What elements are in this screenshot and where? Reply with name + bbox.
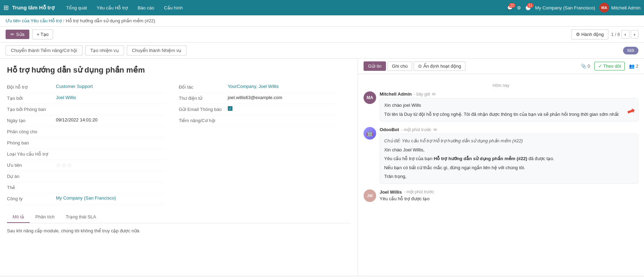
messages-icon[interactable]: 💬 20 xyxy=(507,5,513,10)
field-thu-dien-tu: Thư điện tử joel.willis63@example.com xyxy=(179,93,337,104)
label-phong-ban: Phòng ban xyxy=(7,140,56,145)
send-message-button[interactable]: Gửi tin xyxy=(364,61,386,71)
value-ngay-tao: 09/12/2022 14:01:20 xyxy=(56,117,97,122)
main-layout: Hỗ trợ hướng dẫn sử dụng phần mềm Đội hỗ… xyxy=(0,59,644,275)
value-cong-ty[interactable]: My Company (San Francisco) xyxy=(56,195,116,201)
field-loai-yeu-cau: Loại Yêu cầu Hỗ trợ xyxy=(7,149,165,160)
action-button[interactable]: ⚙ Hành động xyxy=(571,29,608,39)
star-2[interactable]: ☆ xyxy=(61,162,66,169)
breadcrumb-parent[interactable]: Ưu tiên của Yêu cầu Hỗ trợ xyxy=(6,18,62,23)
note-button[interactable]: Ghi chú xyxy=(387,61,412,71)
user-icon: 👥 xyxy=(629,63,635,69)
convert-task-button[interactable]: Chuyển thành Nhiệm vụ xyxy=(127,45,187,55)
value-doi-ho-tro[interactable]: Customer Support xyxy=(56,84,93,89)
attachment-count[interactable]: 📎 0 xyxy=(581,63,590,69)
star-3[interactable]: ☆ xyxy=(67,162,72,169)
label-tiem-nang: Tiềm năng/Cơ hội xyxy=(179,117,228,123)
nav-tong-quat[interactable]: Tổng quát xyxy=(62,3,91,13)
prev-button[interactable]: ‹ xyxy=(621,30,629,39)
activity-icon[interactable]: 🕐 51 xyxy=(525,5,531,10)
message-body-joel: Joel Willis - một phút trước Yêu cầu hỗ … xyxy=(380,189,638,202)
msg-author-mitchell: Mitchell Admin xyxy=(380,91,412,97)
form-right-column: Đối tác YourCompany, Joel Willis Thư điệ… xyxy=(179,82,351,204)
message-body-mitchell: Mitchell Admin - bây giờ ✉ Xin chào joel… xyxy=(380,91,638,121)
top-navigation: ⊞ Trung tâm Hỗ trợ Tổng quát Yêu cầu Hỗ … xyxy=(0,0,644,15)
form-tabs: Mô tả Phân tích Trạng thái SLA xyxy=(7,211,351,223)
value-thu-dien-tu: joel.willis63@example.com xyxy=(228,95,282,100)
follower-count[interactable]: 👥 2 xyxy=(629,63,638,69)
msg-header-odoobot: OdooBot - một phút trước ✉ xyxy=(380,127,638,132)
user-name: Mitchell Admin xyxy=(611,5,641,10)
app-grid-icon[interactable]: ⊞ xyxy=(3,4,9,12)
label-ngay-tao: Ngày tạo xyxy=(7,117,56,123)
pencil-icon: ✏ xyxy=(10,32,14,37)
email-icon-odoobot: ✉ xyxy=(433,127,437,132)
tab-trang-thai-sla[interactable]: Trạng thái SLA xyxy=(60,211,102,223)
theo-doi-button[interactable]: ✓ Theo dõi xyxy=(594,62,625,70)
value-doi-tac[interactable]: YourCompany, Joel Willis xyxy=(228,84,279,89)
msg-body-text-mitchell: Tôi tên là Duy từ đội hỗ trợ công nghệ. … xyxy=(384,111,634,118)
form-description: Sau khi nâng cấp module, chúng tôi không… xyxy=(7,227,351,234)
msg-time-joel: - một phút trước xyxy=(404,189,434,194)
msg-body2-odoobot: Nếu bạn có bất cứ thắc mắc gì, đừng ngại… xyxy=(384,164,634,171)
next-button[interactable]: › xyxy=(631,30,638,39)
label-thu-dien-tu: Thư điện tử xyxy=(179,95,228,101)
tab-phan-tich[interactable]: Phân tích xyxy=(30,211,60,223)
tab-mo-ta[interactable]: Mô tả xyxy=(7,211,30,223)
app-title: Trung tâm Hỗ trợ xyxy=(12,5,54,11)
bold-ticket-name: Hỗ trợ hướng dẫn sử dụng phần mềm (#22) xyxy=(434,156,527,161)
contacts-icon[interactable]: ⚙ xyxy=(517,5,521,10)
message-body-odoobot: OdooBot - một phút trước ✉ Chủ đề: Yêu c… xyxy=(380,127,638,184)
msg-author-joel: Joel Willis xyxy=(380,189,402,195)
company-selector[interactable]: My Company (San Francisco) xyxy=(535,5,595,10)
breadcrumb: Ưu tiên của Yêu cầu Hỗ trợ / Hỗ trợ hướn… xyxy=(0,15,644,27)
form-left-column: Đội hỗ trợ Customer Support Tạo bởi Joel… xyxy=(7,82,179,204)
create-task-button[interactable]: Tạo nhiệm vụ xyxy=(85,45,124,55)
field-doi-ho-tro: Đội hỗ trợ Customer Support xyxy=(7,82,165,93)
paperclip-icon: 📎 xyxy=(581,63,586,69)
record-form: Hỗ trợ hướng dẫn sử dụng phần mềm Đội hỗ… xyxy=(0,59,358,275)
new-button[interactable]: + Tạo xyxy=(32,29,53,39)
msg-subject-odoobot: Chủ đề: Yêu cầu hỗ trợ Hỗ trợ hướng dẫn … xyxy=(384,137,634,144)
msg-time-mitchell: - bây giờ xyxy=(414,92,430,97)
breadcrumb-separator: / xyxy=(63,18,65,23)
nav-cau-hinh[interactable]: Cấu hình xyxy=(160,3,187,13)
value-tao-boi[interactable]: Joel Willis xyxy=(56,95,76,100)
chatter-toolbar: Gửi tin Ghi chú ⊙ Ấn định hoạt động 📎 0 … xyxy=(358,59,644,74)
user-avatar: MA xyxy=(599,3,609,13)
msg-greeting-mitchell: Xin chào joel Wills xyxy=(384,102,634,109)
field-cong-ty: Công ty My Company (San Francisco) xyxy=(7,193,165,204)
field-tiem-nang: Tiềm năng/Cơ hội xyxy=(179,115,337,126)
msg-header-mitchell: Mitchell Admin - bây giờ ✉ xyxy=(380,91,638,97)
pagination: 1 / 8 ‹ › xyxy=(611,30,638,39)
field-tao-boi: Tạo bởi Joel Willis xyxy=(7,93,165,104)
checkbox-gui-email[interactable]: ✓ xyxy=(228,106,233,111)
msg-content-joel: Yêu cầu hỗ trợ được tạo xyxy=(380,196,638,201)
message-odoobot: 🤖 OdooBot - một phút trước ✉ Chủ đề: Yêu… xyxy=(364,127,638,184)
message-mitchell: MA Mitchell Admin - bây giờ ✉ Xin chào j… xyxy=(364,91,638,121)
msg-greeting-odoobot: Xin chào Joel Willis, xyxy=(384,147,634,154)
message-joel: JW Joel Willis - một phút trước Yêu cầu … xyxy=(364,189,638,202)
field-gui-email: Gửi Email Thông báo ✓ xyxy=(179,104,337,115)
date-divider: Hôm nay xyxy=(364,83,638,88)
user-menu[interactable]: MA Mitchell Admin xyxy=(599,3,641,13)
label-cong-ty: Công ty xyxy=(7,195,56,201)
avatar-odoobot: 🤖 xyxy=(364,127,376,140)
priority-stars[interactable]: ☆ ☆ ☆ xyxy=(56,162,72,169)
field-tao-boi-phong-ban: Tạo bởi Phòng ban xyxy=(7,104,165,115)
avatar-mitchell: MA xyxy=(364,91,376,104)
nav-bao-cao[interactable]: Báo cáo xyxy=(133,3,159,13)
msg-content-mitchell: Xin chào joel Wills Tôi tên là Duy từ độ… xyxy=(380,98,638,121)
email-icon-mitchell: ✉ xyxy=(432,92,436,97)
star-1[interactable]: ☆ xyxy=(56,162,61,169)
record-toolbar: ✏ Sửa + Tạo ⚙ Hành động 1 / 8 ‹ › xyxy=(0,27,644,43)
avatar-joel: JW xyxy=(364,189,376,202)
nav-yeu-cau[interactable]: Yêu cầu Hỗ trợ xyxy=(93,3,132,13)
label-phan-cong: Phân công cho xyxy=(7,128,56,134)
convert-opportunity-button[interactable]: Chuyển thành Tiềm năng/Cơ hội xyxy=(6,45,82,55)
edit-button[interactable]: ✏ Sửa xyxy=(6,30,29,39)
activity-button[interactable]: ⊙ Ấn định hoạt động xyxy=(414,61,466,71)
label-doi-ho-tro: Đội hỗ trợ xyxy=(7,84,56,90)
label-doi-tac: Đối tác xyxy=(179,84,228,90)
chatter-panel: Gửi tin Ghi chú ⊙ Ấn định hoạt động 📎 0 … xyxy=(358,59,644,275)
